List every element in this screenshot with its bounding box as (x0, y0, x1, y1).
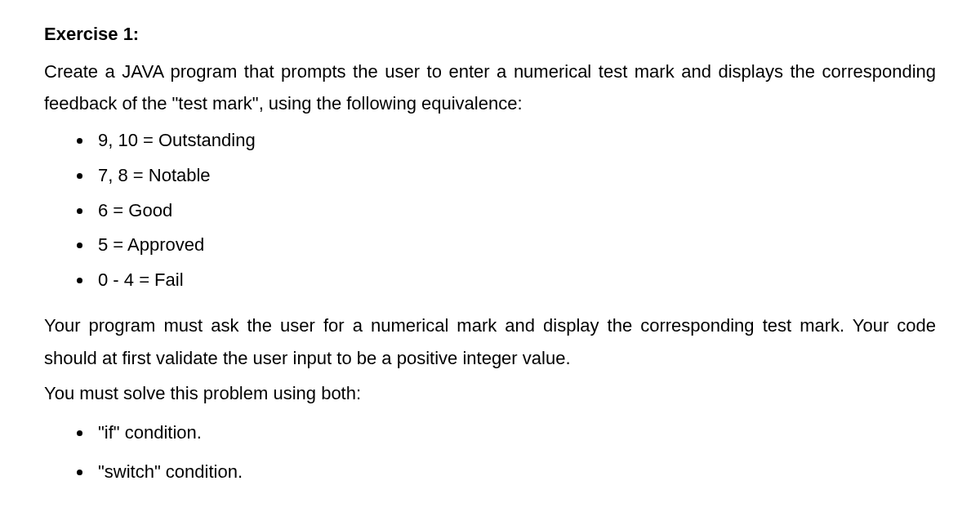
methods-intro: You must solve this problem using both: (44, 377, 936, 410)
list-item: 6 = Good (93, 194, 936, 229)
list-item: 7, 8 = Notable (93, 158, 936, 194)
intro-paragraph: Create a JAVA program that prompts the u… (44, 56, 936, 120)
list-item: 5 = Approved (93, 228, 936, 263)
methods-list: "if" condition. "switch" condition. (44, 413, 936, 492)
equivalence-list: 9, 10 = Outstanding 7, 8 = Notable 6 = G… (44, 123, 936, 298)
instruction-paragraph: Your program must ask the user for a num… (44, 309, 936, 374)
list-item: "if" condition. (93, 413, 936, 452)
list-item: 0 - 4 = Fail (93, 263, 936, 298)
exercise-title: Exercise 1: (44, 18, 936, 51)
list-item: 9, 10 = Outstanding (93, 123, 936, 158)
list-item: "switch" condition. (93, 452, 936, 492)
exercise-document: Exercise 1: Create a JAVA program that p… (0, 0, 980, 492)
